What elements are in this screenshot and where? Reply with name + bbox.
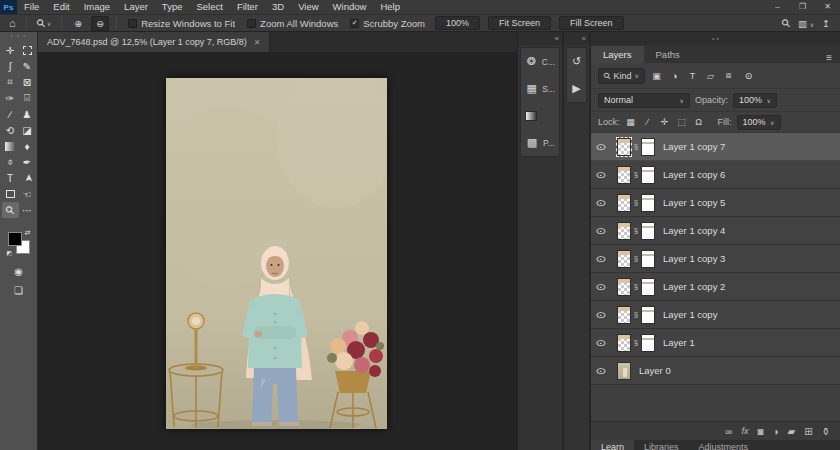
tab-libraries[interactable]: Libraries <box>634 440 689 450</box>
mask-link-icon[interactable]: § <box>631 338 641 347</box>
visibility-eye-icon[interactable]: ⊙ <box>597 366 617 376</box>
delete-layer-icon[interactable]: ⚱ <box>822 426 830 437</box>
zoom-tool[interactable]: ⚲ <box>2 202 19 218</box>
expand-panels-icon[interactable]: « <box>582 34 586 43</box>
panel-menu-icon[interactable]: ≡ <box>818 52 840 63</box>
mask-link-icon[interactable]: § <box>631 198 641 207</box>
fit-screen-button[interactable]: Fit Screen <box>488 16 551 30</box>
layer-mask-thumbnail[interactable] <box>641 306 655 324</box>
layer-thumbnail[interactable] <box>617 222 631 240</box>
edit-toolbar-button[interactable]: ⋯ <box>19 202 36 218</box>
lock-position-icon[interactable]: ✛ <box>659 117 671 127</box>
canvas-pasteboard[interactable] <box>38 52 517 450</box>
eraser-tool[interactable]: ◪ <box>19 122 36 138</box>
lock-transparency-icon[interactable]: ▦ <box>625 117 637 127</box>
layer-style-icon[interactable]: fx <box>741 426 748 436</box>
layer-row[interactable]: ⊙ § Layer 1 copy 2 <box>591 273 840 301</box>
layer-row[interactable]: ⊙ § Layer 1 <box>591 329 840 357</box>
menu-image[interactable]: Image <box>77 0 117 14</box>
canvas-image[interactable] <box>166 78 387 429</box>
search-icon[interactable]: ⚲ <box>779 16 794 31</box>
quick-mask-button[interactable]: ◉ <box>14 266 23 277</box>
new-layer-icon[interactable]: ⊞ <box>804 426 812 437</box>
layer-row[interactable]: ⊙ § Layer 1 copy 5 <box>591 189 840 217</box>
kind-filter-dropdown[interactable]: ⚲ Kind ∨ <box>598 68 645 84</box>
visibility-eye-icon[interactable]: ⊙ <box>597 198 617 208</box>
zoom-all-windows-checkbox[interactable]: Zoom All Windows <box>243 18 342 29</box>
clone-stamp-tool[interactable]: ♟ <box>19 106 36 122</box>
blend-mode-dropdown[interactable]: Normal ∨ <box>598 93 690 108</box>
default-colors-icon[interactable]: ◩ <box>7 249 13 256</box>
lock-pixels-icon[interactable]: ∕ <box>642 117 654 127</box>
visibility-eye-icon[interactable]: ⊙ <box>597 310 617 320</box>
share-icon[interactable]: ↥ <box>822 18 830 29</box>
menu-file[interactable]: File <box>17 0 46 14</box>
mask-link-icon[interactable]: § <box>631 310 641 319</box>
menu-window[interactable]: Window <box>326 0 374 14</box>
layer-mask-thumbnail[interactable] <box>641 194 655 212</box>
menu-3d[interactable]: 3D <box>265 0 291 14</box>
brush-tool[interactable]: ∕ <box>2 106 19 122</box>
tab-paths[interactable]: Paths <box>644 46 692 63</box>
foreground-color-swatch[interactable] <box>8 232 22 246</box>
layer-thumbnail[interactable] <box>617 278 631 296</box>
pen-tool[interactable]: ✒ <box>19 154 36 170</box>
history-brush-tool[interactable]: ⟲ <box>2 122 19 138</box>
gradient-tool[interactable] <box>2 138 19 154</box>
zoom-100-button[interactable]: 100% <box>435 16 480 30</box>
layer-row[interactable]: ⊙ § Layer 1 copy 3 <box>591 245 840 273</box>
hand-tool[interactable]: ☜ <box>19 186 36 202</box>
document-tab[interactable]: ADV_7648.psd @ 12,5% (Layer 1 copy 7, RG… <box>38 32 270 52</box>
layer-mask-thumbnail[interactable] <box>641 334 655 352</box>
layer-row[interactable]: ⊙ § Layer 1 copy 6 <box>591 161 840 189</box>
filter-shape-layers-icon[interactable]: ▱ <box>704 71 717 81</box>
crop-tool[interactable]: ⌗ <box>2 74 19 90</box>
drag-handle[interactable]: • • • <box>10 32 26 42</box>
visibility-eye-icon[interactable]: ⊙ <box>597 254 617 264</box>
patterns-panel-button[interactable]: ▩ P... <box>521 129 559 156</box>
visibility-eye-icon[interactable]: ⊙ <box>597 170 617 180</box>
layer-mask-thumbnail[interactable] <box>641 222 655 240</box>
mask-link-icon[interactable]: § <box>631 170 641 179</box>
layer-row[interactable]: ⊙ § Layer 1 copy 4 <box>591 217 840 245</box>
layer-row[interactable]: ⊙ Layer 0 <box>591 357 840 385</box>
layer-mask-thumbnail[interactable] <box>641 166 655 184</box>
actions-panel-button[interactable]: ▶ <box>567 75 586 102</box>
tab-adjustments[interactable]: Adjustments <box>689 440 759 450</box>
visibility-eye-icon[interactable]: ⊙ <box>597 282 617 292</box>
layer-thumbnail[interactable] <box>617 138 631 156</box>
add-mask-icon[interactable]: ◙ <box>757 426 763 437</box>
expand-panels-icon[interactable]: « <box>555 34 559 43</box>
fill-dropdown[interactable]: 100% ∨ <box>737 115 781 130</box>
mask-link-icon[interactable]: § <box>631 254 641 263</box>
fill-screen-button[interactable]: Fill Screen <box>559 16 624 30</box>
quick-selection-tool[interactable]: ✎ <box>19 58 36 74</box>
filter-adjustment-layers-icon[interactable]: ◑ <box>668 71 681 81</box>
resize-windows-checkbox[interactable]: Resize Windows to Fit <box>124 18 239 29</box>
rectangle-tool[interactable] <box>2 186 19 202</box>
close-button[interactable]: ✕ <box>815 0 840 14</box>
filter-pixel-layers-icon[interactable]: ▣ <box>650 71 663 81</box>
marquee-tool[interactable] <box>19 42 36 58</box>
visibility-eye-icon[interactable]: ⊙ <box>597 142 617 152</box>
path-selection-tool[interactable]: ➤ <box>19 170 35 187</box>
layer-thumbnail[interactable] <box>617 334 631 352</box>
menu-type[interactable]: Type <box>155 0 190 14</box>
workspace-switcher[interactable]: ▥ ∨ <box>798 18 814 29</box>
layer-thumbnail[interactable] <box>617 362 631 380</box>
mask-link-icon[interactable]: § <box>631 226 641 235</box>
mask-link-icon[interactable]: § <box>631 282 641 291</box>
layer-row[interactable]: ⊙ § Layer 1 copy 7 <box>591 133 840 161</box>
menu-layer[interactable]: Layer <box>117 0 155 14</box>
menu-edit[interactable]: Edit <box>46 0 76 14</box>
zoom-out-button[interactable]: ⊖ <box>91 16 109 31</box>
mask-link-icon[interactable]: § <box>631 142 641 151</box>
opacity-dropdown[interactable]: 100% ∨ <box>733 93 777 108</box>
new-group-icon[interactable]: ▰ <box>788 426 796 437</box>
swatches-panel-button[interactable]: ▦ S... <box>521 75 559 102</box>
layer-row[interactable]: ⊙ § Layer 1 copy <box>591 301 840 329</box>
gradients-panel-button[interactable] <box>521 102 559 129</box>
visibility-eye-icon[interactable]: ⊙ <box>597 338 617 348</box>
adjustment-layer-icon[interactable]: ◑ <box>772 426 778 437</box>
color-panel-button[interactable]: ❂ C... <box>521 48 559 75</box>
